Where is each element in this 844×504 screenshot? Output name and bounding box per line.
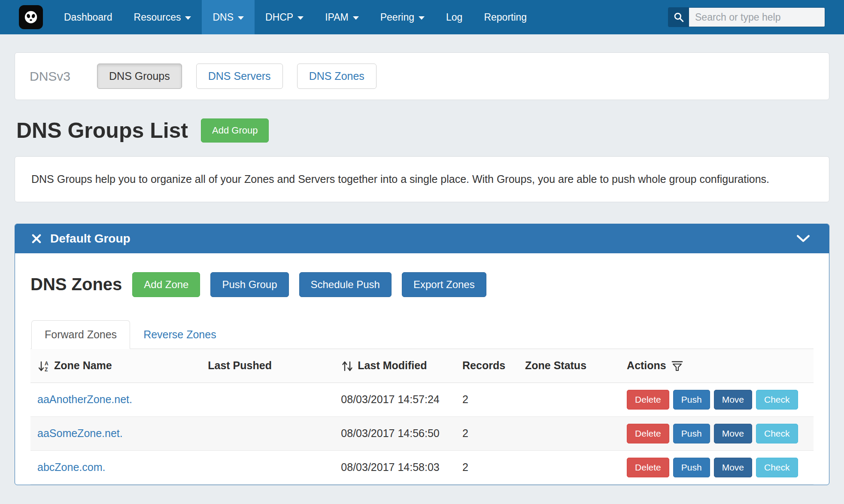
check-button[interactable]: Check <box>756 424 798 443</box>
delete-button[interactable]: Delete <box>627 458 669 477</box>
last-pushed-cell <box>203 383 336 416</box>
move-button[interactable]: Move <box>714 390 752 410</box>
default-group-panel: Default Group DNS Zones Add Zone Push Gr… <box>15 224 829 485</box>
table-row: abcZone.com. 08/03/2017 14:58:03 2 Delet… <box>30 450 814 484</box>
caret-down-icon <box>353 16 359 20</box>
push-button[interactable]: Push <box>673 424 710 443</box>
zone-name-link[interactable]: aaAnotherZone.net. <box>37 393 132 405</box>
subnav-title: DNSv3 <box>30 69 70 84</box>
page-heading-row: DNS Groups List Add Group <box>15 118 829 143</box>
caret-down-icon <box>298 16 304 20</box>
check-button[interactable]: Check <box>756 458 798 477</box>
top-navbar: Dashboard Resources DNS DHCP IPAM Peerin… <box>0 0 844 34</box>
last-pushed-cell <box>203 416 336 450</box>
group-header[interactable]: Default Group <box>15 224 829 253</box>
zone-status-cell <box>520 450 622 484</box>
records-cell: 2 <box>457 383 520 416</box>
last-modified-cell: 08/03/2017 14:57:24 <box>336 383 457 416</box>
dns-servers-button[interactable]: DNS Servers <box>196 64 283 89</box>
add-zone-button[interactable]: Add Zone <box>132 272 200 297</box>
nav-item-log[interactable]: Log <box>435 0 473 34</box>
zones-table: A Z Zone Name Last Pushed <box>30 349 814 485</box>
svg-text:Z: Z <box>45 367 48 372</box>
main-nav: Dashboard Resources DNS DHCP IPAM Peerin… <box>53 0 537 34</box>
panda-logo[interactable] <box>19 5 43 29</box>
search-input[interactable] <box>689 8 825 27</box>
nav-item-reporting[interactable]: Reporting <box>473 0 537 34</box>
group-title: Default Group <box>50 232 131 246</box>
actions-cell: DeletePushMoveCheck <box>622 416 814 450</box>
col-header-last-pushed: Last Pushed <box>203 349 336 383</box>
caret-down-icon <box>238 16 244 20</box>
nav-item-resources[interactable]: Resources <box>123 0 202 34</box>
tab-reverse-zones[interactable]: Reverse Zones <box>130 320 230 349</box>
caret-down-icon <box>185 16 191 20</box>
table-row: aaSomeZone.net. 08/03/2017 14:56:50 2 De… <box>30 416 814 450</box>
nav-item-dhcp[interactable]: DHCP <box>255 0 314 34</box>
group-body: DNS Zones Add Zone Push Group Schedule P… <box>15 253 829 485</box>
sort-updown-icon <box>341 360 354 372</box>
nav-item-peering[interactable]: Peering <box>370 0 435 34</box>
col-header-last-modified[interactable]: Last Modified <box>336 349 457 383</box>
zones-tabs: Forward Zones Reverse Zones <box>30 320 814 349</box>
col-header-zone-status: Zone Status <box>520 349 622 383</box>
page-container: DNSv3 DNS Groups DNS Servers DNS Zones D… <box>15 52 829 485</box>
zones-heading: DNS Zones <box>30 275 122 294</box>
table-header-row: A Z Zone Name Last Pushed <box>30 349 814 383</box>
last-pushed-cell <box>203 450 336 484</box>
col-header-zone-name[interactable]: A Z Zone Name <box>30 349 203 383</box>
svg-text:A: A <box>45 361 49 367</box>
panda-logo-graphic <box>22 8 40 26</box>
nav-item-dns[interactable]: DNS <box>202 0 255 34</box>
last-modified-cell: 08/03/2017 14:56:50 <box>336 416 457 450</box>
table-row: aaAnotherZone.net. 08/03/2017 14:57:24 2… <box>30 383 814 416</box>
schedule-push-button[interactable]: Schedule Push <box>299 272 392 297</box>
last-modified-cell: 08/03/2017 14:58:03 <box>336 450 457 484</box>
actions-cell: DeletePushMoveCheck <box>622 383 814 416</box>
info-panel: DNS Groups help you to organize all of y… <box>15 156 829 202</box>
zone-status-cell <box>520 383 622 416</box>
filter-icon[interactable] <box>671 361 683 372</box>
x-icon[interactable] <box>31 234 42 244</box>
export-zones-button[interactable]: Export Zones <box>402 272 486 297</box>
search-icon[interactable] <box>668 8 689 27</box>
add-group-button[interactable]: Add Group <box>201 118 269 143</box>
check-button[interactable]: Check <box>756 390 798 410</box>
page-title: DNS Groups List <box>16 118 188 143</box>
delete-button[interactable]: Delete <box>627 424 669 443</box>
move-button[interactable]: Move <box>714 458 752 477</box>
push-button[interactable]: Push <box>673 458 710 477</box>
push-button[interactable]: Push <box>673 390 710 410</box>
records-cell: 2 <box>457 416 520 450</box>
nav-item-dashboard[interactable]: Dashboard <box>53 0 123 34</box>
actions-cell: DeletePushMoveCheck <box>622 450 814 484</box>
info-text: DNS Groups help you to organize all of y… <box>31 173 769 185</box>
col-header-records: Records <box>457 349 520 383</box>
delete-button[interactable]: Delete <box>627 390 669 410</box>
zone-status-cell <box>520 416 622 450</box>
zone-name-link[interactable]: abcZone.com. <box>37 461 105 473</box>
dns-groups-button[interactable]: DNS Groups <box>97 64 182 89</box>
move-button[interactable]: Move <box>714 424 752 443</box>
tab-forward-zones[interactable]: Forward Zones <box>31 320 130 349</box>
col-header-actions: Actions <box>622 349 814 383</box>
caret-down-icon <box>419 16 425 20</box>
zones-toolbar: DNS Zones Add Zone Push Group Schedule P… <box>30 272 814 297</box>
zone-name-link[interactable]: aaSomeZone.net. <box>37 427 123 439</box>
global-search <box>668 7 825 27</box>
dns-zones-button[interactable]: DNS Zones <box>297 64 376 89</box>
dnsv3-subnav: DNSv3 DNS Groups DNS Servers DNS Zones <box>15 52 829 100</box>
zones-table-body: aaAnotherZone.net. 08/03/2017 14:57:24 2… <box>30 383 814 484</box>
nav-item-ipam[interactable]: IPAM <box>314 0 370 34</box>
chevron-down-icon[interactable] <box>796 234 810 243</box>
sort-alpha-icon: A Z <box>37 360 50 372</box>
records-cell: 2 <box>457 450 520 484</box>
push-group-button[interactable]: Push Group <box>210 272 288 297</box>
